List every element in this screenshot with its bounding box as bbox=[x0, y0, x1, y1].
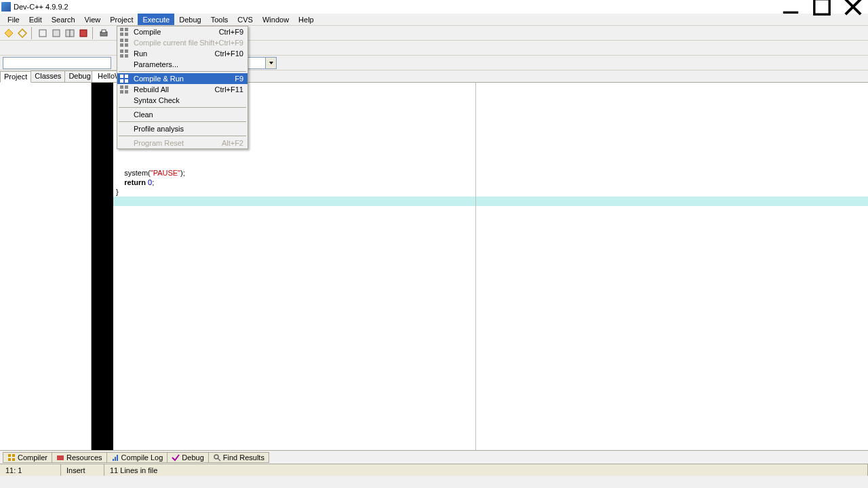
menu-item-compile-run[interactable]: Compile & RunF9 bbox=[117, 73, 248, 84]
menu-item-label: Profile analysis bbox=[134, 125, 243, 133]
bottom-tab-find-results[interactable]: Find Results bbox=[208, 452, 269, 463]
menu-item-label: Clean bbox=[134, 110, 243, 119]
sidebar-tab-classes[interactable]: Classes bbox=[31, 70, 65, 82]
tb-icon-3[interactable] bbox=[64, 27, 76, 39]
grid-icon bbox=[119, 27, 129, 37]
status-info: 11 Lines in file bbox=[104, 464, 868, 476]
menu-item-parameters-[interactable]: Parameters... bbox=[117, 59, 248, 70]
current-line-highlight bbox=[113, 197, 868, 206]
tb-icon-1[interactable] bbox=[37, 27, 49, 39]
menu-help[interactable]: Help bbox=[294, 14, 319, 25]
svg-rect-4 bbox=[39, 30, 46, 37]
menu-project[interactable]: Project bbox=[105, 14, 138, 25]
code-line bbox=[113, 149, 868, 159]
sidebar-tab-project[interactable]: Project bbox=[0, 71, 31, 83]
menu-item-rebuild-all[interactable]: Rebuild AllCtrl+F11 bbox=[117, 84, 248, 95]
bottom-tab-debug[interactable]: Debug bbox=[167, 452, 208, 463]
menu-item-label: Compile bbox=[134, 28, 219, 36]
svg-rect-48 bbox=[120, 79, 123, 83]
margin-rule bbox=[475, 83, 476, 450]
menu-item-syntax-check[interactable]: Syntax Check bbox=[117, 95, 248, 106]
bottom-tabs: CompilerResourcesCompile LogDebugFind Re… bbox=[0, 450, 868, 464]
menu-edit[interactable]: Edit bbox=[24, 14, 47, 25]
svg-rect-28 bbox=[57, 455, 64, 460]
menu-separator bbox=[119, 71, 246, 72]
code-line bbox=[113, 159, 868, 168]
svg-rect-47 bbox=[125, 75, 128, 78]
menu-separator bbox=[119, 136, 246, 136]
svg-rect-46 bbox=[120, 75, 123, 78]
menu-item-label: Program Reset bbox=[134, 139, 222, 147]
svg-line-33 bbox=[218, 458, 220, 461]
tb-icon-2[interactable] bbox=[50, 27, 62, 39]
grid-icon bbox=[119, 85, 129, 94]
svg-rect-37 bbox=[125, 33, 128, 36]
menu-execute[interactable]: Execute bbox=[138, 14, 174, 25]
svg-rect-42 bbox=[120, 49, 123, 53]
svg-rect-10 bbox=[102, 30, 106, 33]
combo-left[interactable] bbox=[3, 57, 111, 69]
svg-rect-5 bbox=[53, 30, 60, 37]
sidebar-tab-debug[interactable]: Debug bbox=[64, 70, 94, 82]
bottom-tab-resources[interactable]: Resources bbox=[52, 452, 107, 463]
sidebar: ProjectClassesDebug bbox=[0, 70, 92, 450]
menu-item-label: Parameters... bbox=[134, 60, 243, 68]
svg-rect-44 bbox=[120, 54, 123, 58]
menu-item-run[interactable]: RunCtrl+F10 bbox=[117, 48, 248, 59]
menu-debug[interactable]: Debug bbox=[174, 14, 205, 25]
svg-rect-24 bbox=[8, 454, 11, 457]
combo-arrow-icon[interactable] bbox=[266, 57, 277, 69]
svg-rect-51 bbox=[125, 85, 128, 89]
menubar: FileEditSearchViewProjectExecuteDebugToo… bbox=[0, 14, 868, 26]
svg-rect-25 bbox=[12, 454, 15, 457]
svg-rect-30 bbox=[115, 457, 116, 461]
editor-gutter bbox=[92, 83, 113, 450]
titlebar: Dev-C++ 4.9.9.2 bbox=[0, 0, 868, 14]
menu-item-label: Compile current file bbox=[134, 39, 199, 47]
menu-file[interactable]: File bbox=[3, 14, 24, 25]
menu-separator bbox=[119, 107, 246, 108]
svg-rect-41 bbox=[125, 43, 128, 47]
new-source-icon[interactable] bbox=[3, 27, 15, 39]
statusbar: 11: 1 Insert 11 Lines in file bbox=[0, 464, 868, 476]
svg-rect-49 bbox=[125, 79, 128, 83]
menu-item-profile-analysis[interactable]: Profile analysis bbox=[117, 123, 248, 134]
menu-item-accel: Shift+Ctrl+F9 bbox=[199, 39, 243, 47]
maximize-button[interactable] bbox=[812, 1, 831, 13]
menu-search[interactable]: Search bbox=[47, 14, 80, 25]
svg-rect-43 bbox=[125, 49, 128, 53]
window-title: Dev-C++ 4.9.9.2 bbox=[14, 3, 781, 11]
svg-rect-36 bbox=[120, 33, 123, 36]
menu-item-accel: Ctrl+F11 bbox=[215, 85, 244, 94]
svg-rect-27 bbox=[12, 458, 15, 461]
print-icon[interactable] bbox=[98, 27, 110, 39]
menu-item-label: Run bbox=[134, 49, 215, 58]
svg-rect-31 bbox=[117, 455, 118, 461]
svg-rect-34 bbox=[120, 28, 123, 31]
bottom-tab-compile-log[interactable]: Compile Log bbox=[106, 452, 168, 463]
svg-rect-39 bbox=[125, 39, 128, 42]
bottom-tab-compiler[interactable]: Compiler bbox=[3, 452, 52, 463]
menu-item-accel: F9 bbox=[235, 75, 243, 83]
menu-cvs[interactable]: CVS bbox=[233, 14, 258, 25]
close-button[interactable] bbox=[844, 1, 863, 13]
menu-view[interactable]: View bbox=[80, 14, 106, 25]
grid-icon bbox=[119, 38, 129, 47]
tb-icon-4[interactable] bbox=[77, 27, 90, 39]
status-mode: Insert bbox=[61, 464, 104, 476]
svg-rect-35 bbox=[125, 28, 128, 31]
svg-rect-1 bbox=[814, 0, 829, 14]
execute-menu-dropdown: CompileCtrl+F9Compile current fileShift+… bbox=[117, 26, 248, 149]
code-line: return 0; bbox=[113, 178, 868, 187]
open-project-icon[interactable] bbox=[16, 27, 28, 39]
app-icon bbox=[1, 2, 11, 12]
menu-tools[interactable]: Tools bbox=[206, 14, 233, 25]
minimize-button[interactable] bbox=[781, 1, 800, 13]
svg-rect-40 bbox=[120, 43, 123, 47]
svg-rect-38 bbox=[120, 39, 123, 42]
grid-icon bbox=[119, 74, 129, 83]
menu-item-accel: Alt+F2 bbox=[222, 139, 243, 147]
menu-window[interactable]: Window bbox=[258, 14, 294, 25]
menu-item-clean[interactable]: Clean bbox=[117, 109, 248, 120]
menu-item-compile[interactable]: CompileCtrl+F9 bbox=[117, 26, 248, 37]
